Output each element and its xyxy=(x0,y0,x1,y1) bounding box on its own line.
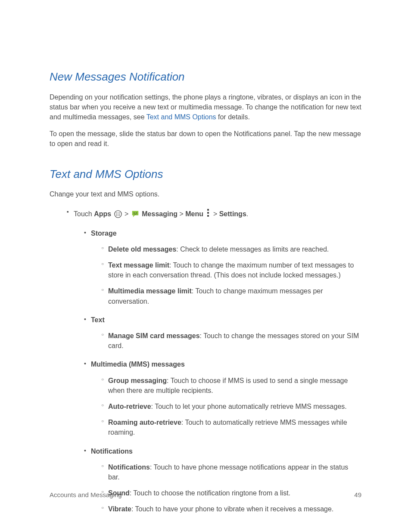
label-messaging: Messaging xyxy=(142,210,177,218)
footer-page-number: 49 xyxy=(354,490,361,500)
text-delete-old: : Check to delete messages as limits are… xyxy=(176,246,329,253)
footer-left: Accounts and Messaging xyxy=(50,490,122,500)
label-roam: Roaming auto-retrieve xyxy=(108,419,181,426)
list-item-vibrate: Vibrate: Touch to have your phone to vib… xyxy=(101,504,361,514)
messaging-icon xyxy=(131,210,139,218)
label-mms-limit: Multimedia message limit xyxy=(108,287,192,295)
label-sim: Manage SIM card messages xyxy=(108,332,200,339)
list-item-notif: Notifications: Touch to have phone messa… xyxy=(101,462,361,482)
text-period: . xyxy=(246,210,248,218)
label-settings: Settings xyxy=(219,210,246,218)
apps-icon xyxy=(114,210,122,218)
link-text-and-mms-options[interactable]: Text and MMS Options xyxy=(146,113,216,121)
heading-new-messages-notification: New Messages Notification xyxy=(50,69,361,85)
list-item-roam: Roaming auto-retrieve: Touch to automati… xyxy=(101,417,361,437)
text-vibrate: : Touch to have your phone to vibrate wh… xyxy=(131,505,333,513)
svg-point-1 xyxy=(116,212,117,213)
svg-point-6 xyxy=(119,214,120,215)
label-mms: Multimedia (MMS) messages xyxy=(91,361,185,368)
separator: > xyxy=(211,210,219,218)
list-item-mms: Multimedia (MMS) messages Group messagin… xyxy=(84,359,361,437)
svg-point-2 xyxy=(118,212,118,213)
label-auto: Auto-retrieve xyxy=(108,403,151,410)
label-apps: Apps xyxy=(94,210,111,218)
separator: > xyxy=(177,210,185,218)
svg-point-4 xyxy=(116,214,117,215)
list-item-text-limit: Text message limit: Touch to change the … xyxy=(101,260,361,280)
label-vibrate: Vibrate xyxy=(108,505,131,513)
label-group: Group messaging xyxy=(108,377,167,384)
list-item-mms-limit: Multimedia message limit: Touch to chang… xyxy=(101,286,361,306)
text-touch: Touch xyxy=(74,210,94,218)
para-notification-settings: Depending on your notification settings,… xyxy=(50,92,361,122)
svg-point-9 xyxy=(119,215,120,216)
list-item-text: Text Manage SIM card messages: Touch to … xyxy=(84,315,361,351)
label-notif: Notifications xyxy=(108,464,150,471)
list-item-path: Touch Apps > Messaging > Menu > Settings… xyxy=(67,208,361,514)
para-change-options: Change your text and MMS options. xyxy=(50,189,361,199)
text-auto: : Touch to let your phone automatically … xyxy=(151,403,347,410)
label-storage: Storage xyxy=(91,230,117,237)
para-open-message: To open the message, slide the status ba… xyxy=(50,129,361,149)
label-delete-old: Delete old messages xyxy=(108,246,176,253)
label-text: Text xyxy=(91,316,105,324)
list-item-sim: Manage SIM card messages: Touch to chang… xyxy=(101,331,361,351)
svg-point-5 xyxy=(118,214,118,215)
label-menu: Menu xyxy=(185,210,203,218)
list-item-delete-old: Delete old messages: Check to delete mes… xyxy=(101,244,361,254)
label-text-limit: Text message limit xyxy=(108,261,169,269)
svg-rect-12 xyxy=(207,209,209,211)
svg-rect-13 xyxy=(207,212,209,214)
label-notifications: Notifications xyxy=(91,448,133,455)
svg-point-3 xyxy=(119,212,120,213)
svg-rect-14 xyxy=(207,215,209,217)
list-item-auto: Auto-retrieve: Touch to let your phone a… xyxy=(101,401,361,411)
svg-point-11 xyxy=(136,212,137,213)
separator: > xyxy=(123,210,131,218)
list-item-group: Group messaging: Touch to choose if MMS … xyxy=(101,376,361,395)
heading-text-and-mms-options: Text and MMS Options xyxy=(50,166,361,183)
svg-point-10 xyxy=(134,212,134,213)
list-item-storage: Storage Delete old messages: Check to de… xyxy=(84,228,361,306)
svg-point-7 xyxy=(116,215,117,216)
svg-point-8 xyxy=(118,215,118,216)
menu-icon xyxy=(206,208,210,218)
list-item-notifications: Notifications Notifications: Touch to ha… xyxy=(84,446,361,514)
text-segment: for details. xyxy=(216,113,250,121)
